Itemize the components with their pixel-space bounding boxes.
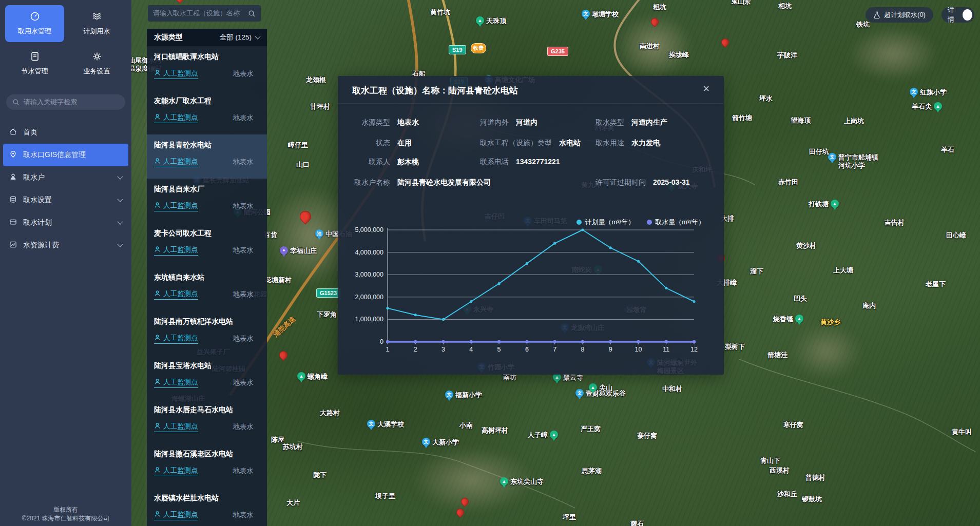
map-poi-pin[interactable]: 文大新小学 xyxy=(422,438,459,446)
sidebar-search-input[interactable]: 请输入关键字检索 xyxy=(6,94,125,110)
station-list-item[interactable]: 友能水厂取水工程人工监测点地表水 xyxy=(147,90,267,134)
app-tile-gear[interactable]: 业务设置 xyxy=(67,45,126,82)
monitor-label: 人工监测点 xyxy=(163,466,198,475)
monitor-label: 人工监测点 xyxy=(163,378,198,387)
station-source-type: 地表水 xyxy=(233,334,254,343)
map-poi-pin[interactable]: 文墩塘学校 xyxy=(582,10,619,18)
doc-icon xyxy=(30,51,40,63)
svg-text:11: 11 xyxy=(663,346,669,353)
map-poi-pin[interactable]: 文红旗小学 xyxy=(910,88,947,96)
app-tile-label: 计划用水 xyxy=(84,27,110,36)
app-tile-waves[interactable]: 计划用水 xyxy=(67,5,126,42)
legend-label: 取水量（m³/年） xyxy=(655,218,705,227)
station-name: 东坑镇自来水站 xyxy=(154,273,260,282)
map-poi-pin[interactable]: ▲螺角嶂 xyxy=(297,372,328,381)
pin-icon xyxy=(9,150,17,160)
legend-dot xyxy=(577,220,582,225)
station-monitor-link[interactable]: 人工监测点 xyxy=(154,245,198,256)
app-tile-label: 取用水管理 xyxy=(18,27,51,36)
sidebar-item-card[interactable]: 取水计划 xyxy=(0,211,131,234)
source-type-filter[interactable]: 水源类型 全部 (125) xyxy=(147,29,267,46)
monitor-label: 人工监测点 xyxy=(163,201,198,210)
sidebar-item-user[interactable]: 取水户 xyxy=(0,166,131,189)
monitor-label: 人工监测点 xyxy=(163,510,198,519)
station-monitor-link[interactable]: 人工监测点 xyxy=(154,69,198,79)
station-monitor-link[interactable]: 人工监测点 xyxy=(154,422,198,432)
station-meta-row: 人工监测点地表水 xyxy=(154,422,260,432)
map-poi-pin[interactable]: ▲东坑尖山寺 xyxy=(500,477,544,486)
toggle-knob[interactable] xyxy=(963,9,972,21)
sidebar-item-home[interactable]: 首页 xyxy=(0,121,131,144)
station-search-input[interactable]: 请输入取水工程（设施）名称 xyxy=(148,5,261,22)
station-meta-row: 人工监测点地表水 xyxy=(154,510,260,520)
map-poi-pin[interactable]: 打铁塘▲ xyxy=(809,200,839,208)
sidebar-item-pin[interactable]: 取水口GIS信息管理 xyxy=(3,144,128,166)
station-name: 陆河县自来水厂 xyxy=(154,185,260,194)
poi-label: 螺角嶂 xyxy=(308,372,328,381)
station-name: 陆河县南万镇杞洋水电站 xyxy=(154,317,260,326)
map-poi-pin[interactable]: ✦幸福山庄 xyxy=(280,246,317,255)
map-poi-pin[interactable]: 羊石尖▲ xyxy=(912,102,942,111)
poi-label: 天珠顶 xyxy=(486,16,506,25)
map-poi-pin[interactable]: ▲天珠顶 xyxy=(476,16,506,25)
station-list-item[interactable]: 东坑镇自来水站人工监测点地表水 xyxy=(147,267,267,311)
legend-item: 取水量（m³/年） xyxy=(647,218,705,227)
monitor-label: 人工监测点 xyxy=(163,334,198,343)
poi-label: 人子嶂 xyxy=(528,431,548,439)
station-monitor-link[interactable]: 人工监测点 xyxy=(154,289,198,300)
person-icon xyxy=(154,158,161,166)
station-list-item[interactable]: 水唇镇水栏肚水电站人工监测点地表水 xyxy=(147,488,267,526)
poi-blue-dot: 文 xyxy=(582,10,590,18)
user-icon xyxy=(9,173,17,182)
map-place-label: 黄竹坑 xyxy=(430,8,450,16)
search-icon xyxy=(12,99,20,106)
station-monitor-link[interactable]: 人工监测点 xyxy=(154,510,198,520)
station-list-item[interactable]: 陆河县自来水厂人工监测点地表水 xyxy=(147,179,267,223)
app-tile-doc[interactable]: 节水管理 xyxy=(5,45,64,82)
svg-text:10: 10 xyxy=(635,346,642,353)
map-place-label: 铁坑 xyxy=(856,21,870,29)
map-place-label: 高树坪村 xyxy=(482,426,508,435)
map-poi-pin[interactable]: 文普宁市船埔镇 河坑小学 xyxy=(828,153,878,169)
poi-label: 尖山 xyxy=(599,383,612,392)
map-poi-pin[interactable]: 文福新小学 xyxy=(445,391,482,399)
station-list-item[interactable]: 陆河县南万镇杞洋水电站人工监测点地表水 xyxy=(147,311,267,355)
road-shield: S19 xyxy=(449,45,466,54)
chart-icon xyxy=(9,241,17,250)
road-shield: G1523 xyxy=(316,288,340,298)
map-poi-pin[interactable]: 烧香缝▲ xyxy=(773,315,803,323)
station-list-item[interactable]: 陆河县宝塔水电站人工监测点地表水 xyxy=(147,355,267,399)
station-monitor-link[interactable]: 人工监测点 xyxy=(154,113,198,123)
sidebar-item-chart[interactable]: 水资源计费 xyxy=(0,234,131,257)
station-name: 陆河县宝塔水电站 xyxy=(154,361,260,371)
over-plan-intake-button[interactable]: 超计划取水(0) xyxy=(866,7,933,23)
app-root: 文墩塘学校文高塘文化广场油中国石油文大溪学校文大新小学文福新小学文红旗小学文普宁… xyxy=(0,0,980,526)
chevron-down-icon xyxy=(117,196,123,202)
station-list-item[interactable]: 陆河县水唇走马石水电站人工监测点地表水 xyxy=(147,399,267,443)
map-poi-pin[interactable]: ▲尖山 xyxy=(589,383,612,392)
station-monitor-link[interactable]: 人工监测点 xyxy=(154,334,198,344)
map-poi-pin[interactable]: 文大溪学校 xyxy=(367,420,404,428)
map-place-label: 寨仔窝 xyxy=(637,432,657,440)
station-monitor-link[interactable]: 人工监测点 xyxy=(154,201,198,211)
person-icon xyxy=(154,290,161,298)
gear-icon xyxy=(92,51,102,63)
map-poi-pin[interactable]: 人子嶂▲ xyxy=(528,431,558,439)
station-monitor-link[interactable]: 人工监测点 xyxy=(154,466,198,476)
station-list-item[interactable]: 陆河县激石溪老区水电站人工监测点地表水 xyxy=(147,443,267,488)
station-name: 陆河县水唇走马石水电站 xyxy=(154,405,260,415)
monitor-label: 人工监测点 xyxy=(163,245,198,255)
station-list-item[interactable]: 陆河县青砼水电站人工监测点地表水 xyxy=(147,134,267,179)
sidebar-item-db[interactable]: 取水设置 xyxy=(0,189,131,211)
map-place-label: 西溪村 xyxy=(770,466,790,475)
svg-text:1: 1 xyxy=(386,346,390,353)
copyright: 版权所有 ©2021 珠海市仁智科技有限公司 xyxy=(0,505,131,523)
map-place-label: 下罗角 xyxy=(317,310,337,319)
station-monitor-link[interactable]: 人工监测点 xyxy=(154,378,198,388)
detail-toggle[interactable]: 详情 xyxy=(941,7,974,23)
station-list-item[interactable]: 河口镇唱歌潭水电站人工监测点地表水 xyxy=(147,46,267,90)
station-list-item[interactable]: 麦卡公司取水工程人工监测点地表水 xyxy=(147,223,267,267)
station-monitor-link[interactable]: 人工监测点 xyxy=(154,157,198,167)
map-place-label: 山口 xyxy=(296,161,310,169)
app-tile-gauge[interactable]: 取用水管理 xyxy=(5,5,64,42)
